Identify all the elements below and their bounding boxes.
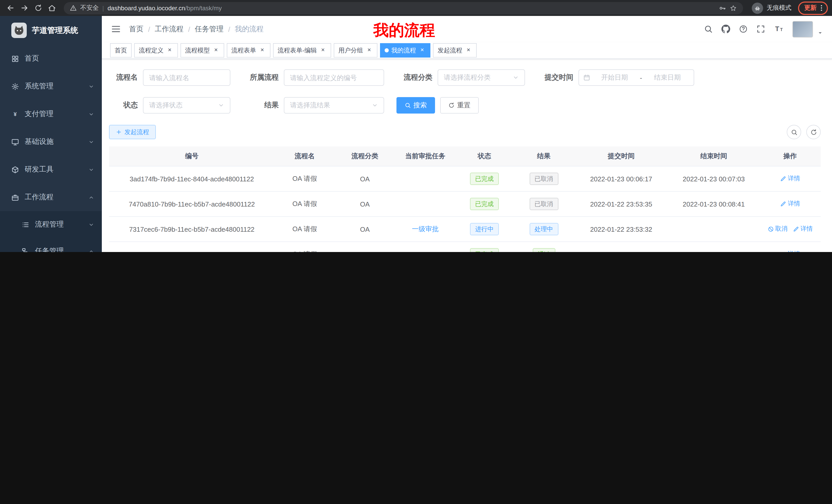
detail-link[interactable]: 详情 <box>780 200 800 208</box>
filter-status-label: 状态 <box>109 101 138 110</box>
detail-link[interactable]: 详情 <box>793 225 813 233</box>
cancel-icon <box>768 226 774 232</box>
search-icon[interactable] <box>704 25 713 33</box>
submit-time-range-picker[interactable]: 开始日期 - 结束日期 <box>578 69 694 86</box>
cell-actions: 详情 <box>759 166 821 191</box>
search-button[interactable]: 搜索 <box>396 97 435 114</box>
help-icon[interactable] <box>739 25 748 33</box>
cell-submit-time: 2022-01-22 23:53:32 <box>574 217 668 242</box>
column-header-流程名: 流程名 <box>275 146 335 166</box>
sidebar-item-首页[interactable]: 首页 <box>0 45 102 73</box>
logo[interactable]: 芋道管理系统 <box>0 16 102 45</box>
status-select[interactable]: 请选择状态 <box>143 97 230 114</box>
status-tag: 已完成 <box>470 173 499 185</box>
show-search-button[interactable] <box>787 125 801 139</box>
update-label: 更新 <box>804 4 816 12</box>
address-bar[interactable]: 不安全 | dashboard.yudao.iocoder.cn/bpm/tas… <box>64 2 743 14</box>
chevron-down-icon <box>88 167 94 172</box>
task-icon <box>22 247 29 252</box>
browser-update-button[interactable]: 更新 <box>798 1 828 15</box>
tab-首页[interactable]: 首页 <box>110 43 132 58</box>
create-process-button[interactable]: 发起流程 <box>109 125 156 139</box>
close-icon[interactable]: × <box>166 47 173 54</box>
category-select[interactable]: 请选择流程分类 <box>438 69 525 86</box>
sidebar-item-流程管理[interactable]: 流程管理 <box>0 211 102 238</box>
sidebar-item-支付管理[interactable]: ¥支付管理 <box>0 100 102 128</box>
cell-result: 已取消 <box>513 166 574 191</box>
column-header-操作: 操作 <box>759 146 821 166</box>
close-icon[interactable]: × <box>366 47 373 54</box>
tab-用户分组[interactable]: 用户分组× <box>334 43 378 58</box>
column-header-结果: 结果 <box>513 146 574 166</box>
tab-我的流程[interactable]: 我的流程× <box>380 43 431 58</box>
back-icon <box>6 4 15 12</box>
key-icon[interactable] <box>719 4 726 11</box>
detail-link[interactable]: 详情 <box>780 174 800 183</box>
table-row: 3ad174fb-7b9d-11ec-8404-acde48001122OA 请… <box>109 166 821 191</box>
table-row: 2152467e-7b9b-11ec-9a1b-acde48001122OA 请… <box>109 242 821 252</box>
cell-name: OA 请假 <box>275 166 335 191</box>
browser-back-button[interactable] <box>4 2 17 14</box>
breadcrumb-item[interactable]: 任务管理 <box>195 24 224 34</box>
logo-title: 芋道管理系统 <box>32 25 78 35</box>
edit-icon <box>780 176 786 182</box>
browser-refresh-button[interactable] <box>32 2 44 14</box>
sidebar-item-基础设施[interactable]: 基础设施 <box>0 128 102 156</box>
cell-name: OA 请假 <box>275 242 335 252</box>
close-icon[interactable]: × <box>259 47 266 54</box>
sidebar-item-研发工具[interactable]: 研发工具 <box>0 156 102 184</box>
close-icon[interactable]: × <box>465 47 472 54</box>
browser-home-button[interactable] <box>46 2 58 14</box>
github-icon[interactable] <box>722 25 730 33</box>
sidebar-item-label: 系统管理 <box>25 82 53 91</box>
tab-发起流程[interactable]: 发起流程× <box>433 43 477 58</box>
warning-icon <box>70 5 77 11</box>
tab-流程表单[interactable]: 流程表单× <box>227 43 270 58</box>
security-label: 不安全 <box>80 4 99 12</box>
search-icon <box>405 102 411 108</box>
result-select[interactable]: 请选择流结果 <box>284 97 384 114</box>
refresh-table-button[interactable] <box>806 125 821 139</box>
browser-menu-icon[interactable] <box>817 4 825 12</box>
edit-icon <box>780 201 786 207</box>
cell-id: 7470a810-7b9b-11ec-b5b7-acde48001122 <box>109 191 275 217</box>
caret-down-icon[interactable] <box>817 30 823 35</box>
browser-forward-button[interactable] <box>18 2 30 14</box>
cancel-link[interactable]: 取消 <box>768 225 787 233</box>
url-domain: dashboard.yudao.iocoder.cn <box>107 4 185 11</box>
close-icon[interactable]: × <box>319 47 327 54</box>
collapse-sidebar-icon[interactable] <box>111 24 121 34</box>
tab-label: 我的流程 <box>391 46 416 55</box>
sidebar-item-任务管理[interactable]: 任务管理 <box>0 238 102 252</box>
cell-category: OA <box>335 166 395 191</box>
svg-text:T: T <box>775 25 779 32</box>
fullscreen-icon[interactable] <box>756 25 765 33</box>
column-header-流程分类: 流程分类 <box>335 146 395 166</box>
tab-流程定义[interactable]: 流程定义× <box>134 43 178 58</box>
process-name-input[interactable] <box>143 69 230 86</box>
tab-流程模型[interactable]: 流程模型× <box>181 43 224 58</box>
task-link[interactable]: 一级审批 <box>412 225 439 234</box>
close-icon[interactable]: × <box>212 47 219 54</box>
sidebar-item-label: 工作流程 <box>25 193 53 202</box>
sidebar-item-工作流程[interactable]: 工作流程 <box>0 184 102 211</box>
breadcrumb-item[interactable]: 首页 <box>129 24 144 34</box>
sidebar-item-系统管理[interactable]: 系统管理 <box>0 73 102 100</box>
close-icon[interactable]: × <box>419 47 426 54</box>
filter-time-label: 提交时间 <box>537 73 573 82</box>
tab-流程表单-编辑[interactable]: 流程表单-编辑× <box>273 43 331 58</box>
breadcrumb-item[interactable]: 工作流程 <box>155 24 184 34</box>
font-size-icon[interactable]: TT <box>774 24 784 34</box>
bookmark-star-icon[interactable] <box>730 4 737 11</box>
workflow-icon <box>11 193 19 201</box>
cell-actions: 详情 <box>759 242 821 252</box>
status-tag: 进行中 <box>470 223 499 235</box>
cell-id: 2152467e-7b9b-11ec-9a1b-acde48001122 <box>109 242 275 252</box>
status-tag: 已取消 <box>529 198 558 210</box>
detail-link[interactable]: 详情 <box>780 250 800 252</box>
table-toolbar: 发起流程 <box>109 125 821 139</box>
reset-button[interactable]: 重置 <box>440 97 479 114</box>
process-definition-input[interactable] <box>284 69 384 86</box>
logo-image <box>11 23 27 38</box>
avatar[interactable] <box>792 21 813 37</box>
